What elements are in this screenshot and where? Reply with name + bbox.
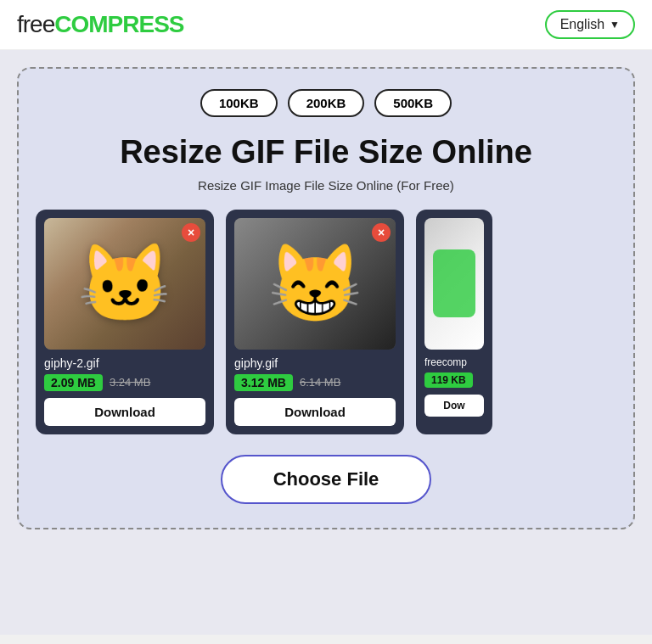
original-size-2: 6.14 MB [300,376,340,389]
original-size-1: 3.24 MB [110,376,150,389]
file-card-2: × giphy.gif 3.12 MB 6.14 MB Download [226,210,404,434]
file-sizes-1: 2.09 MB 3.24 MB [44,374,205,391]
page-title: Resize GIF File Size Online [36,134,616,171]
download-button-1[interactable]: Download [44,398,205,426]
download-button-3[interactable]: Dow [424,395,484,417]
page-subtitle: Resize GIF Image File Size Online (For F… [36,178,616,193]
cards-container: × giphy-2.gif 2.09 MB 3.24 MB Download × [36,210,616,434]
download-button-2[interactable]: Download [234,398,396,426]
size-200kb-button[interactable]: 200KB [288,89,365,117]
file-sizes-3: 119 KB [424,372,484,388]
compressed-size-1: 2.09 MB [44,374,103,391]
compressed-size-3: 119 KB [424,372,473,388]
gif-preview-3 [433,249,475,317]
main-content: 100KB 200KB 500KB Resize GIF File Size O… [0,50,652,635]
logo: freeCOMPRESS [17,11,184,38]
file-thumbnail-3 [424,218,484,350]
choose-file-wrapper: Choose File [36,455,616,504]
filename-1: giphy-2.gif [44,356,205,370]
size-100kb-button[interactable]: 100KB [200,89,278,117]
gif-preview-1 [44,218,205,350]
logo-free: free [17,11,54,37]
file-card-1: × giphy-2.gif 2.09 MB 3.24 MB Download [36,210,214,434]
choose-file-button[interactable]: Choose File [221,455,432,504]
file-sizes-2: 3.12 MB 6.14 MB [234,374,396,391]
file-card-3: freecomp 119 KB Dow [416,210,492,434]
language-selector[interactable]: English ▼ [545,10,635,39]
language-label: English [560,17,604,32]
remove-file-1-button[interactable]: × [182,223,200,242]
logo-compress: COMPRESS [54,11,183,37]
upload-area: 100KB 200KB 500KB Resize GIF File Size O… [17,67,635,529]
file-thumbnail-2: × [234,218,396,350]
file-thumbnail-1: × [44,218,205,350]
chevron-down-icon: ▼ [610,19,620,31]
header: freeCOMPRESS English ▼ [0,0,652,50]
remove-file-2-button[interactable]: × [372,223,391,242]
compressed-size-2: 3.12 MB [234,374,293,391]
gif-preview-2 [234,218,396,350]
filename-2: giphy.gif [234,356,396,370]
size-500kb-button[interactable]: 500KB [374,89,452,117]
filename-3: freecomp [424,356,484,368]
size-buttons-group: 100KB 200KB 500KB [36,89,616,117]
